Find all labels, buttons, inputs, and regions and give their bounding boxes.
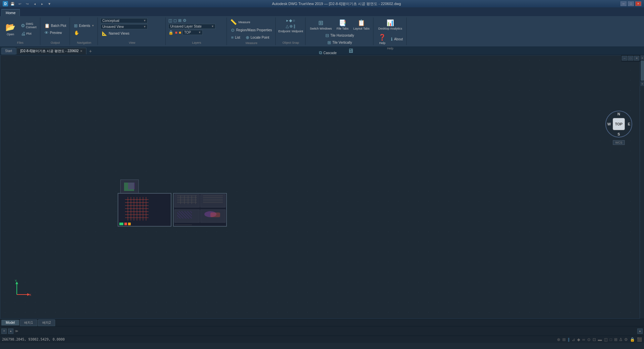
thumb-main xyxy=(118,193,171,227)
cmd-close-button[interactable]: ✕ xyxy=(1,328,7,334)
doc-tab-main[interactable]: [D2-8-6]평이기초 시공 평면도 - 220602 ✕ xyxy=(16,48,86,54)
output-label: Output xyxy=(43,40,68,44)
trans-icon[interactable]: ◫ xyxy=(604,337,608,342)
ducs-icon[interactable]: ⊙ xyxy=(587,337,591,342)
command-line: ✕ ▲ ≫ ▲ xyxy=(0,326,644,336)
files-buttons: 📂 Open ⚙ DWGConvert 🖨 Plot xyxy=(3,18,38,40)
qa-undo[interactable]: ↩ xyxy=(17,1,23,6)
wcs-button[interactable]: WCS xyxy=(613,140,625,145)
view-controls: Conceptual ▼ Unsaved View ▼ 📐 Named View… xyxy=(100,18,148,40)
preview-button[interactable]: 👁 Preview xyxy=(43,30,68,36)
lweight-icon[interactable]: ▬ xyxy=(598,337,602,342)
switch-windows-button[interactable]: ⊞ Switch Windows xyxy=(308,18,334,32)
view-top-dropdown[interactable]: TOP ▼ xyxy=(183,30,203,35)
file-tabs-button[interactable]: 📑 File Tabs xyxy=(335,18,350,32)
region-mass-button[interactable]: ⊙ Region/Mass Properties xyxy=(230,27,273,33)
polar-icon[interactable]: ⊿ xyxy=(572,337,575,342)
help-controls: 📊 Desktop Analytics ❓ Help ℹ About xyxy=(376,18,404,46)
named-views-button[interactable]: 📐 Named Views xyxy=(100,30,131,37)
doc-tab-start[interactable]: Start xyxy=(1,48,16,54)
viewport-close[interactable]: ✕ xyxy=(634,56,639,61)
batch-plot-button[interactable]: 📋 Batch Plot xyxy=(43,23,68,29)
ui-controls: ⊞ Switch Windows 📑 File Tabs 📋 Layout Ta… xyxy=(308,18,371,60)
close-button[interactable]: ✕ xyxy=(635,1,641,6)
ribbon-tab-home[interactable]: Home xyxy=(1,9,20,16)
add-tab-button[interactable]: + xyxy=(87,48,94,54)
ribbon-group-navigation: ⊞ Extents ▼ ✋ Navigation xyxy=(71,17,98,45)
measure-button[interactable]: 📏 Measure xyxy=(230,18,251,26)
main-canvas[interactable]: ─ □ ✕ ▲ ▼ N S E W TOP WCS xyxy=(0,55,644,319)
ribbon-group-output: 📋 Batch Plot 👁 Preview Output xyxy=(41,17,70,45)
sel-icon[interactable]: □ xyxy=(610,337,612,342)
viewport-minimize[interactable]: ─ xyxy=(622,56,627,61)
cmd-up-button[interactable]: ▲ xyxy=(8,328,13,334)
qa-forward[interactable]: ▸ xyxy=(39,1,45,6)
nav-buttons: ⊞ Extents ▼ ✋ xyxy=(73,18,95,40)
list-button[interactable]: ≡ List xyxy=(230,34,241,41)
objsnap-label: Object Snap xyxy=(278,40,303,44)
dwg-convert-button[interactable]: ⚙ DWGConvert xyxy=(19,22,38,30)
ribbon-tabs: Home xyxy=(0,7,644,16)
viewport-border xyxy=(0,55,640,319)
scroll-thumb[interactable] xyxy=(641,61,644,81)
sm-drawing xyxy=(121,180,138,194)
titlebar-title: Autodesk DWG TrueView 2019 — [D2-8-6]평이기… xyxy=(52,1,620,6)
qa-customize[interactable]: ▼ xyxy=(46,1,52,6)
nav-col: ⊞ Extents ▼ ✋ xyxy=(73,23,95,36)
tile-h-button[interactable]: ⊟ Tile Horizontally xyxy=(324,32,356,39)
layout-tabs-button[interactable]: 📋 Layout Tabs xyxy=(352,18,371,32)
anno-icon[interactable]: Δ xyxy=(619,337,622,342)
desktop-analytics-button[interactable]: 📊 Desktop Analytics xyxy=(376,18,404,32)
view-dropdown[interactable]: Unsaved View ▼ xyxy=(100,24,148,29)
layout2-tab[interactable]: 배치2 xyxy=(38,319,55,326)
maximize-button[interactable]: □ xyxy=(628,1,634,6)
dyn-icon[interactable]: ⊡ xyxy=(593,337,596,342)
extents-button[interactable]: ⊞ Extents ▼ xyxy=(73,23,95,29)
layer-state-dropdown[interactable]: Unsaved Layer State ▼ xyxy=(168,24,215,29)
command-input[interactable] xyxy=(19,329,636,333)
compass-south: S xyxy=(617,132,620,136)
red-grid xyxy=(125,197,149,221)
locate-point-button[interactable]: ⊕ Locate Point xyxy=(244,34,271,41)
objsnap-controls: ▸ ◆ ○ △ ⊕ ∥ Endpoint Midpoint xyxy=(278,18,303,40)
sm-shape2 xyxy=(128,183,135,189)
scroll-down-button[interactable]: ▼ xyxy=(640,81,644,86)
qa-redo[interactable]: ↪ xyxy=(24,1,30,6)
osnap-icon[interactable]: ◆ xyxy=(577,337,580,342)
ortho-icon[interactable]: ∥ xyxy=(568,337,570,342)
compass-north: N xyxy=(617,112,620,116)
cmd-expand-button[interactable]: ▲ xyxy=(637,328,643,334)
titlebar-left: D 💾 ↩ ↪ ◂ ▸ ▼ xyxy=(3,1,52,6)
lock-ui-icon[interactable]: 🔒 xyxy=(630,337,635,342)
otrack-icon[interactable]: ∞ xyxy=(582,337,585,342)
model-icon[interactable]: ⊞ xyxy=(614,337,617,342)
ribbon-group-files: 📂 Open ⚙ DWGConvert 🖨 Plot Files xyxy=(1,17,40,45)
help-button[interactable]: ❓ Help xyxy=(376,33,388,46)
ribbon-content: 📂 Open ⚙ DWGConvert 🖨 Plot Files xyxy=(0,16,644,46)
ribbon-group-measure: 📏 Measure ⊙ Region/Mass Properties ≡ Lis… xyxy=(228,17,276,45)
hardware-icon[interactable]: ⬛ xyxy=(637,337,642,342)
scroll-up-button[interactable]: ▲ xyxy=(640,55,644,60)
svg-text:X: X xyxy=(29,293,31,297)
vertical-scrollbar[interactable]: ▲ ▼ xyxy=(640,55,644,86)
compass-west: W xyxy=(607,122,611,126)
tab-close-icon[interactable]: ✕ xyxy=(80,49,83,53)
viewport-restore[interactable]: □ xyxy=(628,56,633,61)
tile-v-button[interactable]: ⊞ Tile Vertically xyxy=(326,39,354,46)
about-button[interactable]: ℹ About xyxy=(390,33,404,46)
plot-button[interactable]: 🖨 Plot xyxy=(19,30,38,37)
ribbon-group-ui: ⊞ Switch Windows 📑 File Tabs 📋 Layout Ta… xyxy=(306,17,374,45)
open-button[interactable]: 📂 Open xyxy=(3,21,18,37)
snap-icon[interactable]: ⊕ xyxy=(557,337,560,342)
qa-back[interactable]: ◂ xyxy=(32,1,38,6)
grid-icon[interactable]: ⊞ xyxy=(562,337,566,342)
qa-save[interactable]: 💾 xyxy=(9,1,15,6)
workspace-icon[interactable]: ⚙ xyxy=(624,337,628,342)
ribbon-group-help: 📊 Desktop Analytics ❓ Help ℹ About Help xyxy=(374,17,406,45)
pan-button[interactable]: ✋ xyxy=(73,30,95,36)
layout1-tab[interactable]: 배치1 xyxy=(20,319,37,326)
minimize-button[interactable]: ─ xyxy=(620,1,627,6)
model-tab[interactable]: Model xyxy=(1,320,19,325)
style-dropdown[interactable]: Conceptual ▼ xyxy=(100,18,148,23)
compass-top-button[interactable]: TOP xyxy=(613,118,625,130)
